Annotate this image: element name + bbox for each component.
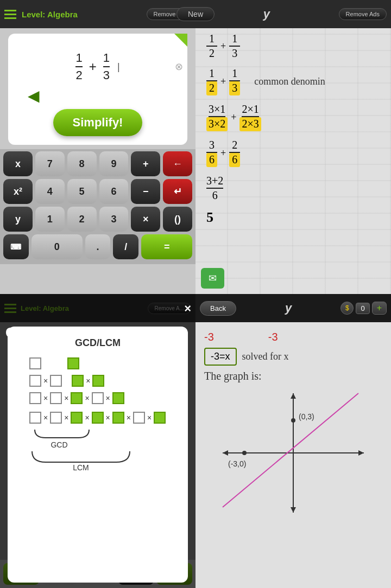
- step4-plus: +: [220, 148, 226, 159]
- frac1-numerator: 1: [75, 51, 82, 67]
- keypad-row-2: x² 4 5 6 − ↵: [3, 179, 192, 204]
- email-button[interactable]: ✉: [201, 268, 224, 289]
- minus3-row: -3 -3: [204, 331, 382, 343]
- step3-plus: +: [231, 112, 236, 123]
- step4-f2-num: 2: [229, 139, 240, 153]
- score-plus-button[interactable]: +: [372, 302, 387, 315]
- simplify-button[interactable]: Simplify!: [53, 109, 143, 136]
- sq-filled-5: [112, 392, 124, 404]
- right-panel-bottom: Back y $ 0 + -3 -3 -3=x solved for x The…: [195, 294, 391, 588]
- frac2-denominator: 3: [103, 67, 110, 82]
- keypad-row-3: y 1 2 3 × (): [3, 207, 192, 232]
- step-5: 3+2 6: [206, 175, 380, 202]
- keypad: x 7 8 9 + ← x² 4 5 6 − ↵ y 1 2 3 × (: [0, 149, 195, 264]
- mode-modal-card: GCD/LCM × ×: [8, 327, 188, 583]
- key-3[interactable]: 3: [99, 207, 129, 232]
- svg-point-9: [291, 418, 295, 423]
- score-number: 0: [356, 303, 369, 314]
- key-equals[interactable]: =: [141, 234, 192, 259]
- step6-result: 5: [206, 209, 213, 225]
- sq-empty-7: [29, 412, 41, 424]
- key-multiply[interactable]: ×: [131, 207, 160, 232]
- op-x-4: ×: [64, 394, 68, 402]
- sq-filled-2: [72, 375, 84, 387]
- mode-overlay: Choose mode: × GCD/LCM ×: [0, 294, 195, 588]
- y-logo-top: y: [263, 7, 270, 21]
- op-x-3: ×: [43, 394, 48, 402]
- step1-f2-den: 3: [229, 47, 240, 60]
- key-backspace[interactable]: ←: [163, 151, 192, 176]
- plus-operator: +: [89, 59, 97, 74]
- email-button-container: ✉: [201, 268, 224, 289]
- input-close-button[interactable]: ⊗: [175, 61, 183, 73]
- step1-f2-num: 1: [229, 33, 240, 47]
- gcd-lcm-diagram: × × × × ×: [18, 357, 177, 470]
- fraction-2: 1 3: [103, 51, 110, 82]
- step1-frac2: 1 3: [229, 33, 240, 60]
- step-1: 1 2 + 1 3: [206, 33, 380, 60]
- graph-container: (0,3) (-3,0): [212, 388, 375, 518]
- bottom-section: Level: Algebra Remove A... Choose mode: …: [0, 294, 391, 588]
- math-steps: 1 2 + 1 3 1 2 + 1 3 c: [195, 0, 391, 239]
- step1-f1-den: 2: [206, 47, 217, 60]
- step-6: 5: [206, 209, 380, 226]
- key-y[interactable]: y: [3, 207, 33, 232]
- keypad-row-1: x 7 8 9 + ←: [3, 151, 192, 176]
- input-area: 1 2 + 1 3 | ⊗ ◀ Simplify!: [8, 34, 187, 145]
- svg-marker-5: [223, 450, 228, 456]
- key-7[interactable]: 7: [35, 151, 65, 176]
- overlay-close-button[interactable]: ×: [184, 302, 191, 316]
- step3-frac1: 3×1 3×2: [206, 103, 228, 131]
- step3-f1-den: 3×2: [206, 117, 228, 131]
- key-x2[interactable]: x²: [3, 179, 33, 204]
- key-8[interactable]: 8: [67, 151, 97, 176]
- sq-filled-3: [92, 375, 104, 387]
- sq-filled-7: [92, 412, 104, 424]
- key-parens[interactable]: (): [163, 207, 192, 232]
- sq-filled-4: [71, 392, 83, 404]
- key-9[interactable]: 9: [99, 151, 129, 176]
- key-x[interactable]: x: [3, 151, 33, 176]
- svg-text:LCM: LCM: [73, 463, 89, 470]
- svg-point-11: [242, 451, 247, 455]
- step5-frac: 3+2 6: [206, 175, 223, 202]
- key-5[interactable]: 5: [67, 179, 97, 204]
- solved-label: solved for x: [242, 351, 289, 362]
- sq-empty-9: [133, 412, 145, 424]
- svg-marker-4: [358, 450, 364, 456]
- math-solution: -3 -3 -3=x solved for x The graph is:: [195, 322, 391, 527]
- gcd-row-4-container: × × × × × ×: [29, 412, 166, 470]
- step-3: 3×1 3×2 + 2×1 2×3: [206, 103, 380, 131]
- step1-frac1: 1 2: [206, 33, 217, 60]
- key-1[interactable]: 1: [35, 207, 65, 232]
- key-plus[interactable]: +: [131, 151, 160, 176]
- step2-frac2: 1 3: [229, 67, 240, 95]
- gcd-lcm-braces: GCD LCM: [29, 427, 138, 470]
- new-button[interactable]: New: [176, 7, 215, 21]
- key-minus[interactable]: −: [131, 179, 160, 204]
- y-logo-bottom: y: [285, 301, 292, 315]
- key-4[interactable]: 4: [35, 179, 65, 204]
- gcd-row-2: × ×: [29, 375, 104, 387]
- step2-plus: +: [220, 76, 226, 87]
- corner-decoration: [174, 34, 187, 47]
- key-enter[interactable]: ↵: [163, 179, 192, 204]
- step2-label: common denomin: [254, 76, 325, 87]
- key-decimal[interactable]: .: [85, 234, 111, 259]
- key-0[interactable]: 0: [31, 234, 83, 259]
- op-x-9: ×: [85, 413, 89, 422]
- menu-icon[interactable]: [4, 10, 16, 19]
- sq-filled-1: [67, 357, 79, 369]
- key-keyboard[interactable]: ⌨: [3, 234, 29, 259]
- sq-filled-8: [112, 412, 124, 424]
- fraction-1: 1 2: [75, 51, 82, 82]
- left-panel-top: 1 2 + 1 3 | ⊗ ◀ Simplify! x 7 8 9 +: [0, 0, 195, 294]
- level-title: Level: Algebra: [22, 10, 78, 19]
- key-divide[interactable]: /: [113, 234, 138, 259]
- key-6[interactable]: 6: [99, 179, 129, 204]
- choose-mode-text: Choose mode:: [5, 324, 104, 341]
- back-button[interactable]: Back: [200, 301, 236, 316]
- key-2[interactable]: 2: [67, 207, 97, 232]
- remove-ads-button-right[interactable]: Remove Ads: [339, 8, 387, 20]
- play-button[interactable]: ◀: [28, 87, 40, 105]
